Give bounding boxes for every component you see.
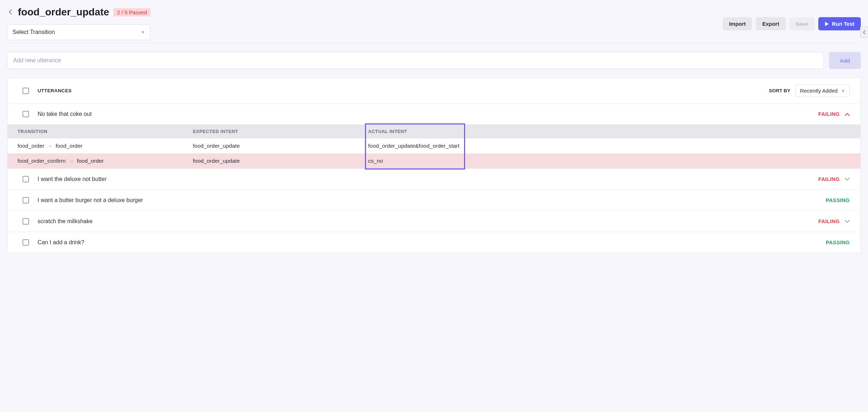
card-header: UTTERANCES SORT BY Recently Added ▼ — [8, 78, 860, 103]
divider — [7, 43, 861, 43]
utterance-row[interactable]: scratch the milkshake FAILING — [8, 211, 860, 232]
transition-to: food_order — [55, 143, 82, 149]
status-badge: PASSING — [826, 197, 850, 203]
status-badge: PASSING — [826, 240, 850, 245]
transition-cell: food_order_confirm → food_order — [18, 158, 193, 164]
transition-to: food_order — [77, 158, 104, 164]
header: food_order_update 2 / 5 Passed Select Tr… — [7, 6, 861, 40]
back-chevron-icon[interactable] — [7, 8, 14, 17]
detail-row: food_order → food_order food_order_updat… — [8, 138, 860, 153]
utterance-row[interactable]: Can I add a drink? PASSING — [8, 232, 860, 253]
utterance-card: UTTERANCES SORT BY Recently Added ▼ No t… — [7, 78, 861, 253]
row-checkbox[interactable] — [23, 239, 29, 246]
chevron-down-icon[interactable] — [845, 177, 850, 182]
status-badge: FAILING — [818, 176, 840, 182]
utterance-row[interactable]: I want the deluxe not butter FAILING — [8, 168, 860, 190]
row-checkbox[interactable] — [23, 218, 29, 225]
run-test-label: Run Test — [832, 21, 854, 27]
header-left: food_order_update 2 / 5 Passed Select Tr… — [7, 6, 151, 40]
transition-select-label: Select Transition — [13, 29, 55, 35]
collapse-panel-toggle[interactable] — [860, 26, 868, 38]
play-icon — [825, 21, 829, 26]
arrow-right-icon: → — [68, 158, 74, 164]
status-badge: FAILING — [818, 219, 840, 224]
chevron-down-icon[interactable] — [845, 219, 850, 224]
caret-down-icon: ▼ — [141, 30, 145, 34]
actual-intent-cell: cs_no — [368, 158, 860, 164]
save-button: Save — [789, 17, 815, 30]
import-button[interactable]: Import — [723, 17, 752, 30]
utterances-column-label: UTTERANCES — [38, 88, 72, 93]
expected-intent-cell: food_order_update — [193, 158, 368, 164]
row-checkbox[interactable] — [23, 111, 29, 117]
utterance-row[interactable]: I want a butter burger not a deluxe burg… — [8, 190, 860, 211]
select-all-checkbox[interactable] — [23, 88, 29, 94]
sort-by-label: SORT BY — [769, 88, 790, 93]
expected-header: EXPECTED INTENT — [193, 129, 368, 134]
detail-row: food_order_confirm → food_order food_ord… — [8, 153, 860, 168]
transition-from: food_order — [18, 143, 44, 149]
utterance-text: I want a butter burger not a deluxe burg… — [38, 197, 143, 203]
add-utterance-button: Add — [829, 52, 861, 69]
arrow-right-icon: → — [47, 143, 53, 149]
actual-intent-cell: food_order_update&food_order_start — [368, 143, 860, 149]
utterance-row[interactable]: No take that coke out FAILING — [8, 103, 860, 124]
pass-count-badge: 2 / 5 Passed — [113, 8, 150, 16]
actual-header: ACTUAL INTENT — [368, 129, 860, 134]
caret-down-icon: ▼ — [841, 89, 845, 93]
transition-cell: food_order → food_order — [18, 143, 193, 149]
export-button[interactable]: Export — [756, 17, 786, 30]
utterance-text: No take that coke out — [38, 111, 92, 117]
add-utterance-row: Add — [7, 52, 861, 69]
utterance-text: I want the deluxe not butter — [38, 176, 107, 182]
utterance-text: Can I add a drink? — [38, 239, 84, 246]
sort-select[interactable]: Recently Added ▼ — [795, 84, 850, 97]
sort-select-value: Recently Added — [800, 88, 838, 94]
row-checkbox[interactable] — [23, 176, 29, 182]
transition-select[interactable]: Select Transition ▼ — [7, 24, 150, 40]
run-test-button[interactable]: Run Test — [818, 17, 861, 30]
row-checkbox[interactable] — [23, 197, 29, 203]
action-buttons: Import Export Save Run Test — [723, 17, 861, 30]
transition-from: food_order_confirm — [18, 158, 65, 164]
expected-intent-cell: food_order_update — [193, 143, 368, 149]
chevron-up-icon[interactable] — [845, 112, 850, 117]
status-badge: FAILING — [818, 111, 840, 117]
add-utterance-input[interactable] — [7, 52, 824, 69]
transition-header: TRANSITION — [18, 129, 193, 134]
page-title: food_order_update — [18, 6, 109, 18]
detail-header-row: TRANSITION EXPECTED INTENT ACTUAL INTENT — [8, 124, 860, 138]
utterance-text: scratch the milkshake — [38, 218, 93, 225]
page-root: food_order_update 2 / 5 Passed Select Tr… — [0, 0, 868, 268]
